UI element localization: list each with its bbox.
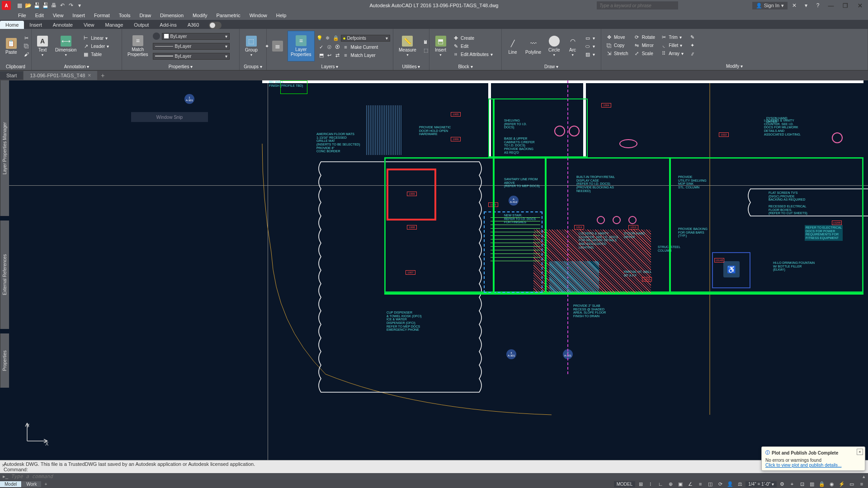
annoscale-icon[interactable]: 👤	[726, 480, 735, 488]
measure-button[interactable]: 📏Measure▼	[396, 31, 419, 61]
table-button[interactable]: ▦Table	[81, 51, 111, 58]
drawing-area[interactable]: Layer Properties Manager External Refere…	[0, 80, 868, 460]
menu-draw[interactable]: Draw	[135, 12, 156, 19]
clean-screen-icon[interactable]: ▭	[847, 480, 856, 488]
explode-button[interactable]: ✦	[687, 42, 697, 49]
file-tab-add-button[interactable]: +	[98, 72, 108, 79]
transparency-toggle-icon[interactable]: ◫	[706, 480, 715, 488]
panel-title-modify[interactable]: Modify ▾	[601, 62, 868, 70]
scale-button[interactable]: ⤢Scale	[632, 50, 657, 57]
menu-help[interactable]: Help	[272, 12, 291, 19]
copy-button[interactable]: ⿻	[22, 42, 32, 50]
file-tab-close-icon[interactable]: ×	[88, 72, 91, 79]
osnap-toggle-icon[interactable]: ▣	[676, 480, 685, 488]
layer-properties-button[interactable]: ≡Layer Properties	[288, 31, 315, 61]
lock-ui-icon[interactable]: 🔒	[817, 480, 826, 488]
layout-add-button[interactable]: +	[42, 481, 50, 487]
panel-title-clipboard[interactable]: Clipboard	[0, 63, 31, 70]
cut-button[interactable]: ✂	[22, 34, 32, 42]
panel-title-utilities[interactable]: Utilities ▾	[393, 63, 429, 70]
edit-attributes-button[interactable]: ⌗Edit Attributes▾	[451, 51, 495, 58]
close-button[interactable]: ✕	[854, 0, 866, 10]
dimension-button[interactable]: ⟷Dimension▼	[52, 31, 79, 61]
layer-off-icon[interactable]: 💡	[316, 35, 323, 41]
paste-button[interactable]: 📋Paste	[3, 31, 20, 61]
menu-insert[interactable]: Insert	[68, 12, 90, 19]
panel-title-groups[interactable]: Groups ▾	[240, 63, 266, 70]
quickprops-icon[interactable]: ▥	[807, 480, 816, 488]
trim-button[interactable]: ✂Trim▾	[659, 34, 685, 41]
laywalk-icon[interactable]: ⇄	[335, 52, 341, 58]
file-tab-document[interactable]: 13-096-FP01-TAGS_T48×	[24, 71, 97, 80]
array-button[interactable]: ⠿Array▾	[659, 50, 685, 57]
create-block-button[interactable]: ✚Create	[451, 34, 495, 42]
ortho-toggle-icon[interactable]: ∟	[656, 480, 665, 488]
circle-button[interactable]: Circle▼	[546, 31, 563, 61]
qat-redo-icon[interactable]: ↷	[67, 1, 75, 9]
modelspace-toggle[interactable]: MODEL	[614, 481, 636, 487]
qat-plot-icon[interactable]: 🖶	[50, 1, 58, 9]
mirror-button[interactable]: ⇋Mirror	[632, 42, 657, 49]
drawing-canvas[interactable]: Window Snip 1A-301 AA-412 4A-301 2A-301 …	[9, 80, 868, 460]
hatch-button[interactable]: ▨▾	[583, 51, 597, 58]
cmdline-close-icon[interactable]: ×	[2, 462, 5, 469]
panel-title-layers[interactable]: Layers ▾	[267, 63, 393, 70]
menu-dimension[interactable]: Dimension	[156, 12, 188, 19]
qat-undo-icon[interactable]: ↶	[58, 1, 66, 9]
hardware-accel-icon[interactable]: ⚡	[837, 480, 846, 488]
cycling-toggle-icon[interactable]: ⟳	[716, 480, 725, 488]
arc-button[interactable]: ◠Arc▼	[565, 31, 581, 61]
layout-tab-work[interactable]: Work	[22, 481, 41, 487]
otrack-toggle-icon[interactable]: ∠	[686, 480, 695, 488]
leader-button[interactable]: ↗Leader▾	[81, 42, 111, 50]
match-layer-button[interactable]: ⬒↩⇄≡Match Layer	[316, 52, 390, 59]
xref-palette-tab[interactable]: External References	[0, 221, 9, 329]
ribbon-tab-home[interactable]: Home	[0, 21, 24, 29]
minimize-button[interactable]: —	[825, 0, 837, 10]
ribbon-tab-output[interactable]: Output	[128, 21, 154, 29]
ellipse-button[interactable]: ⬭▾	[583, 42, 597, 50]
help-icon[interactable]: ?	[813, 1, 823, 9]
line-button[interactable]: ╱Line	[505, 31, 521, 61]
isolate-objects-icon[interactable]: ◉	[827, 480, 836, 488]
snap-toggle-icon[interactable]: ⫶	[646, 480, 655, 488]
qat-save-icon[interactable]: 💾	[33, 1, 41, 9]
stay-connected-icon[interactable]: ▾	[801, 1, 811, 9]
cmdline-options-icon[interactable]: ▴	[863, 474, 865, 479]
menu-view[interactable]: View	[48, 12, 68, 19]
copy-object-button[interactable]: ⿻Copy	[604, 42, 630, 49]
panel-title-properties[interactable]: Properties ▾	[122, 63, 239, 70]
menu-parametric[interactable]: Parametric	[212, 12, 245, 19]
make-current-button[interactable]: ✓⦾⦿≡Make Current	[316, 43, 390, 51]
menu-window[interactable]: Window	[245, 12, 272, 19]
signin-button[interactable]: 👤Sign In▾	[752, 2, 788, 9]
rotate-button[interactable]: ⟳Rotate	[632, 34, 657, 41]
fillet-button[interactable]: ◟Fillet▾	[659, 42, 685, 49]
panel-title-block[interactable]: Block ▾	[429, 63, 501, 70]
layer-lock-icon[interactable]: 🔒	[333, 35, 339, 41]
customize-icon[interactable]: ≡	[857, 480, 866, 488]
restore-button[interactable]: ❐	[839, 0, 852, 10]
copyclip-button[interactable]: 🖌	[22, 51, 32, 58]
lineweight-dropdown[interactable]: ByLayer▾	[153, 53, 230, 60]
annotation-monitor-icon[interactable]: +	[788, 480, 797, 488]
app-menu-icon[interactable]: A	[2, 1, 11, 10]
offset-button[interactable]: ⫽	[687, 50, 697, 57]
qat-dropdown-icon[interactable]: ▾	[75, 1, 84, 9]
stretch-button[interactable]: ⇲Stretch	[604, 50, 630, 57]
help-search-input[interactable]	[597, 1, 678, 9]
linear-button[interactable]: ⊢Linear▾	[81, 34, 111, 42]
polyline-button[interactable]: 〰Polyline	[523, 31, 544, 61]
annotation-scale-dropdown[interactable]: 1/4" = 1'-0"▾	[745, 481, 777, 487]
text-button[interactable]: AText▼	[34, 31, 51, 61]
menu-modify[interactable]: Modify	[188, 12, 212, 19]
layer-freeze-icon[interactable]: ❄	[325, 35, 331, 41]
layout-tab-model[interactable]: Model	[0, 481, 21, 487]
ribbon-tab-addins[interactable]: Add-ins	[154, 21, 182, 29]
notification-details-link[interactable]: Click to view plot and publish details..…	[765, 463, 861, 468]
ribbon-tab-manage[interactable]: Manage	[100, 21, 129, 29]
qat-new-icon[interactable]: ▦	[15, 1, 24, 9]
qat-saveas-icon[interactable]: 💾	[41, 1, 49, 9]
linetype-dropdown[interactable]: ByLayer▾	[153, 43, 230, 50]
layprev-icon[interactable]: ↩	[326, 52, 333, 58]
